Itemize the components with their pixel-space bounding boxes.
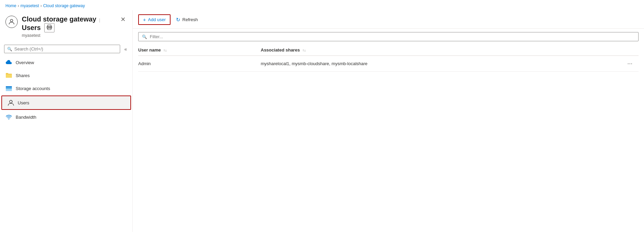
folder-icon bbox=[5, 72, 12, 79]
table-header-row: User name ↑↓ Associated shares ↑↓ bbox=[138, 45, 639, 56]
cell-username: Admin bbox=[138, 56, 261, 72]
svg-rect-1 bbox=[48, 25, 51, 27]
toolbar: + Add user ↻ Refresh bbox=[133, 10, 644, 28]
users-item-highlighted: Users bbox=[1, 96, 131, 110]
col-header-shares[interactable]: Associated shares ↑↓ bbox=[261, 45, 625, 56]
main-layout: Cloud storage gateway | Users bbox=[0, 10, 644, 232]
plus-icon: + bbox=[143, 17, 146, 22]
sidebar-item-shares[interactable]: Shares bbox=[0, 69, 132, 82]
add-user-label: Add user bbox=[148, 17, 166, 22]
svg-rect-7 bbox=[6, 90, 12, 91]
sidebar-item-label-users: Users bbox=[18, 100, 29, 105]
breadcrumb-sep-1: › bbox=[18, 3, 19, 8]
sidebar-item-label-bandwidth: Bandwidth bbox=[16, 115, 36, 120]
title-block: Cloud storage gateway | Users bbox=[22, 15, 115, 38]
wifi-icon bbox=[5, 114, 12, 120]
svg-point-0 bbox=[10, 19, 13, 22]
sort-icon-username: ↑↓ bbox=[163, 49, 167, 52]
breadcrumb-cloud-storage-gateway[interactable]: Cloud storage gateway bbox=[43, 3, 85, 8]
page-title: Cloud storage gateway bbox=[22, 15, 96, 23]
breadcrumb-sep-2: › bbox=[41, 3, 42, 8]
svg-point-4 bbox=[51, 27, 51, 28]
refresh-label: Refresh bbox=[182, 17, 198, 22]
avatar bbox=[5, 16, 18, 28]
cell-actions: ··· bbox=[625, 56, 639, 72]
svg-rect-6 bbox=[6, 88, 12, 89]
search-input-wrapper: 🔍 bbox=[4, 45, 120, 53]
col-header-username[interactable]: User name ↑↓ bbox=[138, 45, 261, 56]
sidebar-item-users[interactable]: Users bbox=[2, 96, 130, 109]
nav-items: Overview Shares bbox=[0, 56, 132, 232]
table-wrapper: User name ↑↓ Associated shares ↑↓ Admin … bbox=[133, 45, 644, 232]
sidebar-header: Cloud storage gateway | Users bbox=[0, 10, 132, 42]
title-separator: | bbox=[99, 17, 100, 23]
add-user-button[interactable]: + Add user bbox=[138, 14, 171, 25]
page-section: Users bbox=[22, 24, 41, 32]
content-area: + Add user ↻ Refresh 🔍 User nam bbox=[133, 10, 644, 232]
filter-bar: 🔍 bbox=[133, 29, 644, 45]
sidebar-item-label-overview: Overview bbox=[16, 60, 34, 65]
sidebar-item-overview[interactable]: Overview bbox=[0, 56, 132, 69]
svg-point-9 bbox=[9, 119, 9, 119]
row-actions-button[interactable]: ··· bbox=[625, 59, 634, 68]
search-input[interactable] bbox=[14, 46, 117, 52]
svg-point-8 bbox=[10, 100, 12, 103]
filter-input[interactable] bbox=[150, 34, 635, 39]
users-table: User name ↑↓ Associated shares ↑↓ Admin … bbox=[138, 45, 639, 72]
sidebar-item-bandwidth[interactable]: Bandwidth bbox=[0, 111, 132, 123]
cloud-icon bbox=[5, 59, 12, 66]
page-subtitle: myasetest bbox=[22, 33, 115, 38]
breadcrumb: Home › myasetest › Cloud storage gateway bbox=[0, 0, 644, 10]
col-header-actions bbox=[625, 45, 639, 56]
search-icon: 🔍 bbox=[7, 47, 12, 52]
cell-associated-shares: mysharelocal1, mysmb-cloudshare, mysmb-l… bbox=[261, 56, 625, 72]
breadcrumb-myasetest[interactable]: myasetest bbox=[20, 3, 39, 8]
table-row: Admin mysharelocal1, mysmb-cloudshare, m… bbox=[138, 56, 639, 72]
refresh-button[interactable]: ↻ Refresh bbox=[172, 15, 202, 25]
user-icon bbox=[7, 99, 14, 106]
sort-icon-shares: ↑↓ bbox=[303, 49, 306, 52]
sidebar-item-label-shares: Shares bbox=[16, 73, 30, 78]
refresh-icon: ↻ bbox=[176, 17, 180, 23]
print-button[interactable] bbox=[44, 23, 54, 32]
breadcrumb-home[interactable]: Home bbox=[5, 3, 16, 8]
filter-input-wrapper: 🔍 bbox=[138, 32, 639, 41]
filter-search-icon: 🔍 bbox=[142, 34, 147, 39]
person-icon bbox=[8, 18, 15, 26]
search-area: 🔍 « bbox=[0, 42, 132, 56]
close-button[interactable]: ✕ bbox=[119, 15, 127, 24]
storage-icon bbox=[5, 85, 12, 92]
sidebar: Cloud storage gateway | Users bbox=[0, 10, 133, 232]
sidebar-item-label-storage-accounts: Storage accounts bbox=[16, 86, 50, 91]
svg-rect-5 bbox=[6, 86, 12, 88]
svg-rect-2 bbox=[48, 28, 51, 30]
print-icon bbox=[47, 25, 52, 30]
collapse-button[interactable]: « bbox=[122, 45, 130, 53]
sidebar-item-storage-accounts[interactable]: Storage accounts bbox=[0, 82, 132, 95]
